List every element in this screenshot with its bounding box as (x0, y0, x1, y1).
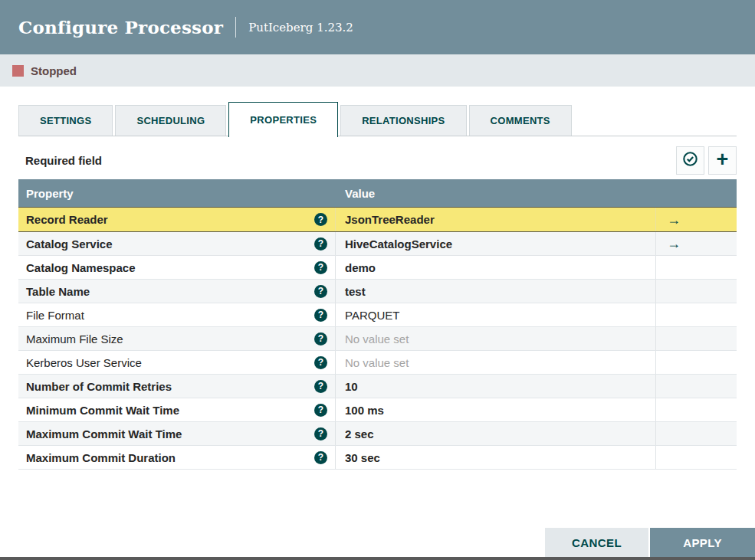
goto-cell (656, 375, 737, 398)
value-cell[interactable]: No value set (336, 351, 656, 374)
help-icon[interactable]: ? (314, 261, 327, 274)
property-cell: Catalog Namespace? (18, 256, 336, 279)
property-value: demo (345, 261, 376, 274)
properties-toolbar: + (676, 146, 737, 175)
table-header-row: Property Value (18, 179, 737, 207)
property-name: Table Name (26, 285, 90, 298)
property-cell: Maximum Commit Duration? (18, 446, 336, 469)
dialog-title: Configure Processor (18, 17, 223, 38)
property-value: JsonTreeReader (345, 213, 435, 226)
property-name: Number of Commit Retries (26, 380, 172, 393)
goto-cell (656, 327, 737, 350)
tab-bar: SETTINGSSCHEDULINGPROPERTIESRELATIONSHIP… (18, 102, 737, 136)
table-row[interactable]: File Format?PARQUET (18, 303, 737, 327)
property-value: PARQUET (345, 309, 399, 322)
property-cell: Number of Commit Retries? (18, 375, 336, 398)
table-row[interactable]: Table Name?test (18, 280, 737, 303)
property-cell: Table Name? (18, 280, 336, 303)
table-row[interactable]: Catalog Namespace?demo (18, 256, 737, 280)
property-name: File Format (26, 309, 84, 322)
help-icon[interactable]: ? (314, 451, 327, 464)
table-row[interactable]: Maximum File Size?No value set (18, 327, 737, 351)
property-name: Maximum Commit Wait Time (26, 427, 182, 440)
help-icon[interactable]: ? (314, 285, 327, 298)
table-row[interactable]: Maximum Commit Duration?30 sec (18, 446, 737, 470)
goto-cell (656, 256, 737, 279)
tab-settings[interactable]: SETTINGS (18, 105, 113, 136)
property-value: 30 sec (345, 451, 380, 464)
canvas-edge-strip (0, 557, 755, 560)
add-property-button[interactable]: + (708, 146, 737, 175)
tab-comments[interactable]: COMMENTS (469, 105, 572, 136)
tab-properties[interactable]: PROPERTIES (228, 102, 338, 137)
value-cell[interactable]: No value set (336, 327, 656, 350)
table-row[interactable]: Number of Commit Retries?10 (18, 375, 737, 398)
help-icon[interactable]: ? (314, 309, 327, 322)
table-row[interactable]: Maximum Commit Wait Time?2 sec (18, 422, 737, 446)
table-row[interactable]: Minimum Commit Wait Time?100 ms (18, 398, 737, 422)
tab-relationships[interactable]: RELATIONSHIPS (340, 105, 466, 136)
value-cell[interactable]: 100 ms (336, 398, 656, 421)
property-cell: Record Reader? (18, 208, 336, 231)
property-cell: Kerberos User Service? (18, 351, 336, 374)
property-value: 100 ms (345, 404, 384, 417)
goto-cell (656, 398, 737, 421)
configure-processor-dialog: Configure Processor PutIceberg 1.23.2 St… (0, 0, 755, 560)
value-cell[interactable]: test (336, 280, 656, 303)
dialog-header: Configure Processor PutIceberg 1.23.2 (0, 0, 755, 54)
value-column-header: Value (336, 187, 384, 200)
help-icon[interactable]: ? (314, 380, 327, 393)
property-value: 10 (345, 380, 358, 393)
goto-service-icon[interactable]: → (667, 237, 681, 251)
goto-cell (656, 351, 737, 374)
stopped-status-icon (12, 65, 24, 77)
property-value: HiveCatalogService (345, 237, 452, 251)
property-name: Maximum Commit Duration (26, 451, 176, 464)
verify-properties-button[interactable] (676, 146, 704, 175)
tab-scheduling[interactable]: SCHEDULING (115, 105, 226, 136)
properties-table: Property Value Record Reader?JsonTreeRea… (18, 179, 737, 470)
property-name: Catalog Service (26, 237, 113, 251)
cancel-button[interactable]: CANCEL (545, 528, 648, 557)
dialog-footer: CANCEL APPLY (545, 528, 755, 557)
value-cell[interactable]: JsonTreeReader (336, 208, 656, 231)
property-cell: Catalog Service? (18, 232, 336, 255)
required-field-label: Required field (18, 154, 102, 167)
status-label: Stopped (31, 64, 77, 77)
property-cell: Minimum Commit Wait Time? (18, 398, 336, 421)
value-cell[interactable]: HiveCatalogService (336, 232, 656, 255)
property-name: Kerberos User Service (26, 356, 142, 369)
help-icon[interactable]: ? (314, 237, 327, 251)
property-name: Maximum File Size (26, 332, 123, 345)
properties-panel-header: Required field + (18, 146, 737, 175)
goto-service-icon[interactable]: → (667, 213, 681, 227)
property-name: Minimum Commit Wait Time (26, 404, 179, 417)
goto-cell (656, 422, 737, 445)
processor-type-version: PutIceberg 1.23.2 (248, 21, 353, 34)
help-icon[interactable]: ? (314, 427, 327, 440)
property-name: Record Reader (26, 213, 108, 226)
goto-cell (656, 446, 737, 469)
value-cell[interactable]: 10 (336, 375, 656, 398)
property-cell: Maximum Commit Wait Time? (18, 422, 336, 445)
value-cell[interactable]: demo (336, 256, 656, 279)
property-value: test (345, 285, 366, 298)
goto-cell: → (656, 208, 737, 231)
title-divider (235, 17, 236, 38)
table-body: Record Reader?JsonTreeReader→Catalog Ser… (18, 207, 737, 470)
value-cell[interactable]: 30 sec (336, 446, 656, 469)
property-name: Catalog Namespace (26, 261, 136, 274)
table-row[interactable]: Catalog Service?HiveCatalogService→ (18, 232, 737, 256)
help-icon[interactable]: ? (314, 332, 327, 345)
value-cell[interactable]: PARQUET (336, 303, 656, 326)
property-value: No value set (345, 332, 409, 345)
help-icon[interactable]: ? (314, 404, 327, 417)
table-row[interactable]: Kerberos User Service?No value set (18, 351, 737, 375)
status-bar: Stopped (0, 54, 755, 87)
value-cell[interactable]: 2 sec (336, 422, 656, 445)
help-icon[interactable]: ? (314, 356, 327, 369)
check-circle-icon (682, 151, 698, 170)
help-icon[interactable]: ? (314, 213, 327, 226)
apply-button[interactable]: APPLY (650, 528, 755, 557)
table-row[interactable]: Record Reader?JsonTreeReader→ (18, 207, 737, 232)
